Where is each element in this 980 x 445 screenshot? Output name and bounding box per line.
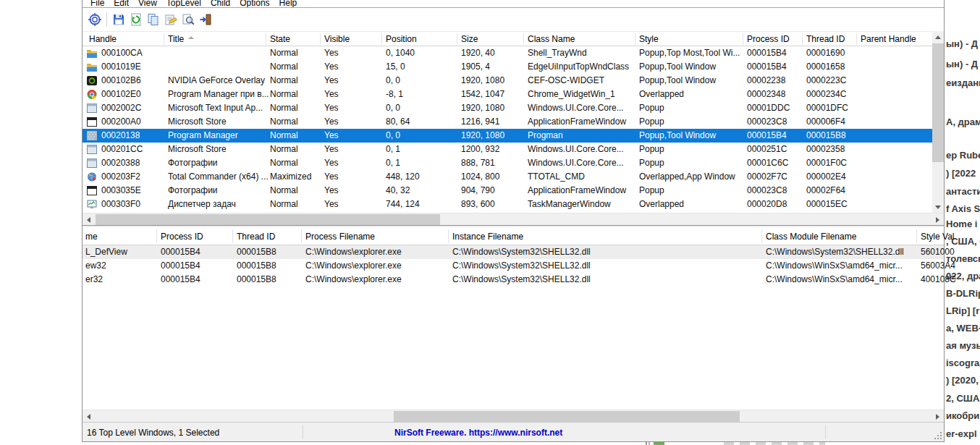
window-white-icon (87, 117, 97, 127)
exit-button[interactable] (198, 12, 213, 27)
column-header-thread_id[interactable]: Thread ID (806, 34, 845, 44)
background-text-fragment: ) [2022 (946, 168, 976, 179)
vertical-scrollbar[interactable] (932, 31, 944, 213)
scroll-left-button[interactable] (83, 213, 95, 226)
table-row[interactable]: 00020138Program ManagerNormalYes0, 01920… (83, 129, 932, 143)
cell-visible: Yes (324, 130, 339, 140)
column-header-handle[interactable]: Handle (89, 34, 117, 44)
cell-position: -8, 1 (386, 89, 403, 99)
column-header-class_module_filename[interactable]: Class Module Filename (766, 232, 856, 242)
column-header-size[interactable]: Size (461, 34, 478, 44)
chevron-left-icon (87, 217, 90, 223)
table-row[interactable]: 00020388ФотографииNormalYes0, 1888, 781W… (83, 156, 932, 170)
cell-position: 0, 0 (386, 75, 400, 85)
column-header-thread_id[interactable]: Thread ID (237, 232, 275, 242)
cell-process_id: 00001DDC (747, 103, 790, 113)
sort-indicator-icon (188, 36, 194, 39)
cell-size: 1920, 40 (461, 48, 495, 58)
cell-process_id: 00002F7C (747, 171, 787, 182)
background-text-fragment: икобри (946, 410, 979, 421)
cell-size: 904, 790 (461, 185, 495, 195)
column-header-class_name[interactable]: Class Name (528, 34, 575, 44)
cell-class_name: Chrome_WidgetWin_1 (528, 89, 615, 99)
cell-process_id: 000023C8 (747, 116, 787, 127)
menu-options[interactable]: Options (240, 0, 269, 7)
column-header-process_id[interactable]: Process ID (161, 232, 203, 242)
table-row[interactable]: 000200A0Microsoft StoreNormalYes80, 6412… (83, 115, 932, 129)
cell-size: 1905, 4 (461, 62, 490, 72)
table-row[interactable]: 000100CANormalYes0, 10401920, 40Shell_Tr… (83, 46, 932, 60)
menu-edit[interactable]: Edit (114, 0, 129, 7)
cell-class_name: Windows.UI.Core.Core... (528, 144, 624, 154)
cell-size: 888, 781 (461, 158, 495, 168)
scroll-right-button[interactable] (932, 410, 944, 423)
column-header-instance_filename[interactable]: Instance Filename (452, 232, 523, 242)
cell-state: Normal (270, 144, 298, 154)
horizontal-scrollbar-thumb[interactable] (394, 411, 740, 422)
table-row[interactable]: 0003035EФотографииNormalYes40, 32904, 79… (83, 184, 932, 198)
chevron-right-icon (936, 217, 939, 223)
refresh-button[interactable] (129, 12, 143, 27)
cell-style_value: 5601000 (921, 247, 955, 257)
chevron-left-icon (87, 414, 90, 420)
column-header-visible[interactable]: Visible (324, 34, 350, 44)
column-header-title[interactable]: Title (168, 34, 184, 44)
cell-style: Popup (639, 116, 664, 127)
table-row[interactable]: er32000015B4000015B8C:\Windows\explorer.… (83, 273, 944, 287)
copy-button[interactable] (146, 12, 161, 27)
cell-process_id: 000020D8 (747, 199, 787, 209)
column-header-style_value[interactable]: Style Val (921, 232, 954, 242)
cell-style: Overlapped,App Window (639, 171, 735, 182)
table-row[interactable]: 000303F0Диспетчер задачNormalYes744, 124… (83, 198, 932, 211)
table-row[interactable]: 000201CCMicrosoft StoreNormalYes0, 11200… (83, 143, 932, 156)
column-header-process_filename[interactable]: Process Filename (305, 232, 375, 242)
scroll-left-button[interactable] (83, 410, 95, 423)
status-count: 16 Top Level Windows, 1 Selected (87, 428, 219, 438)
table-row[interactable]: 000102B6NVIDIA GeForce OverlayNormalYes0… (83, 74, 932, 88)
cell-name: ew32 (85, 260, 106, 271)
column-header-style[interactable]: Style (639, 34, 659, 44)
menu-child[interactable]: Child (211, 0, 230, 7)
vertical-scrollbar-thumb[interactable] (932, 43, 944, 162)
menu-view[interactable]: View (138, 0, 157, 7)
column-header-state[interactable]: State (270, 34, 290, 44)
save-button[interactable] (111, 12, 126, 27)
cell-process_id: 000023C8 (747, 185, 787, 195)
nirsoft-link[interactable]: NirSoft Freeware. https://www.nirsoft.ne… (394, 428, 562, 438)
toolbar-separator (106, 12, 107, 27)
table-row[interactable]: 0001019ENormalYes15, 01905, 4EdgeUiInput… (83, 60, 932, 74)
statusbar-divider (303, 425, 303, 439)
table-row[interactable]: 000102E0Program Manager при в...NormalYe… (83, 88, 932, 101)
resize-grip[interactable] (933, 431, 942, 439)
menu-file[interactable]: File (90, 0, 104, 7)
table-row[interactable]: ew32000015B4000015B8C:\Windows\explorer.… (83, 259, 944, 273)
properties-button[interactable] (164, 12, 178, 27)
column-header-position[interactable]: Position (386, 34, 417, 44)
column-header-name[interactable]: me (85, 232, 98, 242)
cell-title: Program Manager при в... (168, 89, 269, 99)
cell-class_name: ApplicationFrameWindow (528, 116, 626, 127)
scroll-right-button[interactable] (932, 213, 944, 226)
top-horizontal-scrollbar[interactable] (83, 213, 944, 225)
cell-state: Normal (270, 48, 298, 58)
cell-size: 1200, 932 (461, 144, 499, 154)
menu-toplevel[interactable]: TopLevel (166, 0, 201, 7)
table-row[interactable]: L_DefView000015B4000015B8C:\Windows\expl… (83, 245, 944, 259)
target-button[interactable] (88, 12, 102, 27)
task-manager-icon (87, 200, 97, 209)
column-header-process_id[interactable]: Process ID (747, 34, 790, 44)
bottom-horizontal-scrollbar[interactable] (83, 410, 944, 422)
find-button[interactable] (181, 12, 195, 27)
scroll-down-button[interactable] (932, 201, 944, 213)
cell-process_id: 000015B4 (747, 130, 787, 140)
cell-process_id: 000015B4 (161, 247, 200, 257)
menu-help[interactable]: Help (279, 0, 297, 7)
scroll-up-button[interactable] (932, 31, 944, 43)
table-row[interactable]: 0002002CMicrosoft Text Input Ap...Normal… (83, 101, 932, 115)
horizontal-scrollbar-thumb[interactable] (96, 214, 440, 225)
cell-class_name: Shell_TrayWnd (528, 48, 587, 58)
background-text-fragment: 2, США, (946, 393, 980, 404)
table-row[interactable]: 000203F2Total Commander (x64) ...Maximiz… (83, 170, 932, 184)
column-header-parent_handle[interactable]: Parent Handle (861, 34, 916, 44)
background-text-fragment: А, драм (946, 116, 980, 127)
